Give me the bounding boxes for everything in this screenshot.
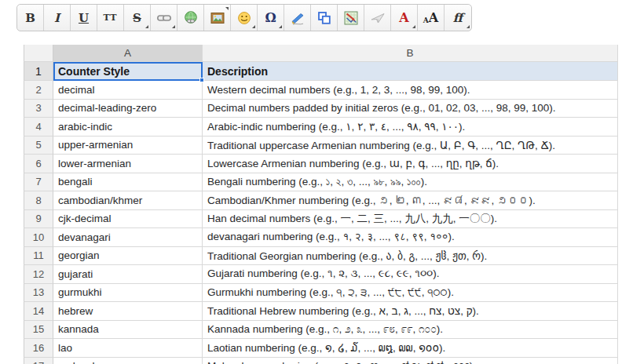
- description-cell[interactable]: Malayalam numbering (e.g., ൧, ൨, ൩, ...,…: [203, 358, 618, 364]
- description-cell[interactable]: Gurmukhi numbering (e.g., ੧, ੨, ੩, ..., …: [203, 284, 618, 303]
- column-header-a[interactable]: A: [53, 45, 203, 62]
- external-link-button[interactable]: [177, 5, 204, 31]
- underline-label: U: [79, 11, 89, 25]
- dropdown-corner-icon: [252, 25, 255, 28]
- row-number[interactable]: 13: [24, 284, 53, 303]
- table-row: 2 decimal Western decimal numbers (e.g.,…: [24, 81, 618, 100]
- special-character-button[interactable]: Ω: [258, 5, 284, 31]
- description-cell[interactable]: Traditional Georgian numbering (e.g., ა,…: [203, 247, 618, 266]
- signature-button[interactable]: [284, 5, 311, 31]
- row-number[interactable]: 6: [24, 155, 53, 173]
- description-cell[interactable]: Arabic-indic numbering (e.g., ١‎, ٢‎, ٣‎…: [203, 118, 618, 136]
- paper-plane-icon: [370, 10, 386, 26]
- omega-label: Ω: [265, 10, 276, 25]
- row-number[interactable]: 10: [24, 228, 53, 247]
- transclude-button[interactable]: [311, 5, 338, 31]
- description-cell[interactable]: Gujarati numbering (e.g., ૧, ૨, ૩, ..., …: [203, 265, 618, 284]
- row-number[interactable]: 7: [24, 173, 53, 192]
- description-cell[interactable]: Kannada numbering (e.g., ೧, ೨, ೩, ..., ೯…: [203, 321, 618, 340]
- description-cell[interactable]: Traditional uppercase Armenian numbering…: [203, 136, 618, 155]
- description-cell[interactable]: devanagari numbering (e.g., १, २, ३, ...…: [203, 228, 618, 247]
- insert-image-button[interactable]: [204, 5, 231, 31]
- description-cell[interactable]: Western decimal numbers (e.g., 1, 2, 3, …: [203, 81, 618, 100]
- table-row: 3 decimal-leading-zero Decimal numbers p…: [24, 100, 618, 118]
- row-number[interactable]: 12: [24, 265, 53, 284]
- dropdown-corner-icon: [145, 25, 148, 28]
- italic-label: I: [54, 11, 60, 25]
- counter-style-header-text: Counter Style: [58, 65, 130, 78]
- counter-style-cell[interactable]: bengali: [53, 173, 203, 192]
- counter-style-cell[interactable]: malayalam: [53, 358, 203, 364]
- dropdown-corner-icon: [172, 25, 175, 28]
- counter-style-cell[interactable]: cjk-decimal: [53, 210, 203, 229]
- row-number[interactable]: 9: [24, 210, 53, 229]
- counter-style-cell[interactable]: lao: [53, 339, 203, 358]
- counter-style-cell[interactable]: upper-armenian: [53, 136, 203, 155]
- counter-style-cell[interactable]: gurmukhi: [53, 284, 203, 303]
- description-cell[interactable]: Bengali numbering (e.g., ১, ২, ৩, ..., ৯…: [203, 173, 618, 192]
- counter-style-cell[interactable]: arabic-indic: [53, 118, 203, 136]
- font-family-button[interactable]: ff: [445, 5, 471, 31]
- bold-button[interactable]: B: [17, 5, 44, 31]
- description-header-cell[interactable]: Description: [203, 62, 618, 81]
- description-cell[interactable]: Cambodian/Khmer numbering (e.g., ១, ២, ៣…: [203, 191, 618, 210]
- smiley-button[interactable]: [231, 5, 258, 31]
- italic-button[interactable]: I: [44, 5, 71, 31]
- row-number[interactable]: 8: [24, 191, 53, 210]
- row-number[interactable]: 4: [24, 118, 53, 136]
- selected-cell-a1[interactable]: Counter Style: [53, 62, 203, 81]
- row-number[interactable]: 17: [24, 358, 53, 364]
- counter-style-cell[interactable]: decimal-leading-zero: [53, 100, 203, 118]
- chain-link-icon: [156, 10, 172, 26]
- description-cell[interactable]: Traditional Hebrew numbering (e.g., א‎, …: [203, 302, 618, 321]
- strikethrough-button[interactable]: S: [124, 5, 151, 31]
- table-row: 13 gurmukhi Gurmukhi numbering (e.g., ੧,…: [24, 284, 618, 303]
- counter-style-cell[interactable]: hebrew: [53, 302, 203, 321]
- row-number[interactable]: 14: [24, 302, 53, 321]
- selection-handle[interactable]: [199, 78, 204, 82]
- row-number[interactable]: 3: [24, 100, 53, 118]
- column-header-b[interactable]: B: [203, 45, 618, 62]
- row-number[interactable]: 2: [24, 81, 53, 100]
- corner-cell[interactable]: [24, 45, 53, 62]
- underline-button[interactable]: U: [71, 5, 97, 31]
- send-button: [364, 5, 391, 31]
- teletype-button[interactable]: TT: [97, 5, 124, 31]
- table-row: 16 lao Laotian numbering (e.g., ໑, ໒, ໓,…: [24, 339, 618, 358]
- chart-button[interactable]: [338, 5, 364, 31]
- font-size-small-label: A: [423, 16, 429, 24]
- counter-style-cell[interactable]: gujarati: [53, 265, 203, 284]
- row-number[interactable]: 16: [24, 339, 53, 358]
- row-number[interactable]: 15: [24, 321, 53, 340]
- counter-style-cell[interactable]: georgian: [53, 247, 203, 266]
- font-size-button[interactable]: A A: [418, 5, 445, 31]
- row-number[interactable]: 11: [24, 247, 53, 266]
- font-color-label: A: [399, 10, 408, 25]
- font-family-label: ff: [453, 11, 463, 25]
- dropdown-corner-icon: [225, 7, 229, 10]
- counter-style-cell[interactable]: lower-armenian: [53, 155, 203, 173]
- font-size-big-label: A: [429, 10, 438, 25]
- description-cell[interactable]: Decimal numbers padded by initial zeros …: [203, 100, 618, 118]
- description-header-text: Description: [207, 65, 268, 78]
- column-header-row: A B: [24, 45, 618, 62]
- dropdown-corner-icon: [466, 25, 470, 28]
- description-cell[interactable]: Laotian numbering (e.g., ໑, ໒, ໓, ..., ໙…: [203, 339, 618, 358]
- table-row: 8 cambodian/khmer Cambodian/Khmer number…: [24, 191, 618, 210]
- font-color-button[interactable]: A: [391, 5, 418, 31]
- counter-style-cell[interactable]: decimal: [53, 81, 203, 100]
- counter-style-cell[interactable]: cambodian/khmer: [53, 191, 203, 210]
- link-button[interactable]: [151, 5, 177, 31]
- table-row: 11 georgian Traditional Georgian numberi…: [24, 247, 618, 266]
- counter-style-cell[interactable]: kannada: [53, 321, 203, 340]
- description-cell[interactable]: Lowercase Armenian numbering (e.g., ա, բ…: [203, 155, 618, 173]
- counter-style-cell[interactable]: devanagari: [53, 228, 203, 247]
- strikethrough-label: S: [133, 11, 141, 25]
- formatting-toolbar: B I U TT S: [16, 4, 472, 31]
- description-cell[interactable]: Han decimal numbers (e.g., 一, 二, 三, ...,…: [203, 210, 618, 229]
- dropdown-corner-icon: [279, 25, 282, 28]
- spreadsheet: A B 1 Counter Style Description 2 decima…: [24, 45, 618, 364]
- row-number[interactable]: 5: [24, 136, 53, 155]
- row-number[interactable]: 1: [24, 62, 53, 81]
- table-row: 12 gujarati Gujarati numbering (e.g., ૧,…: [24, 265, 618, 284]
